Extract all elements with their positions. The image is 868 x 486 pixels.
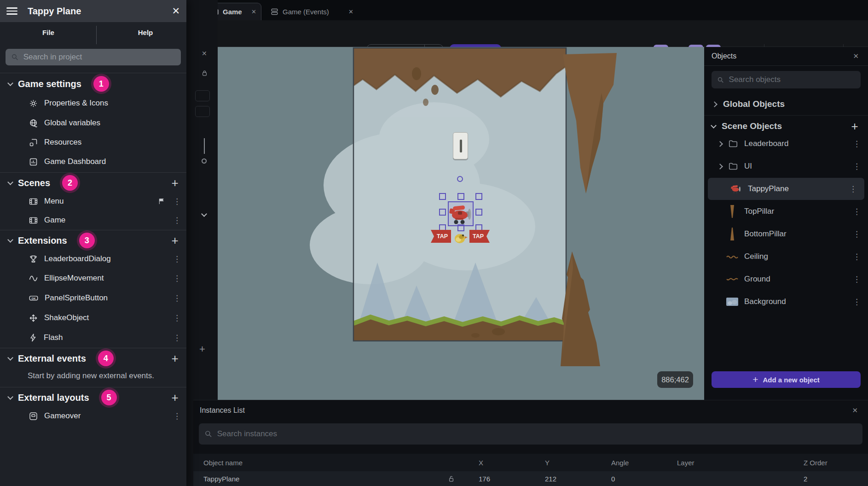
item-label: Flash <box>44 333 63 342</box>
step-badge-4: 4 <box>98 351 114 366</box>
dashboard-icon <box>29 157 38 167</box>
divider <box>704 115 868 116</box>
objects-panel-close-icon[interactable]: ✕ <box>853 52 859 60</box>
layout-menu-icon[interactable]: ⋮ <box>173 411 181 421</box>
object-item-leaderboard[interactable]: Leaderboard ⋮ <box>704 133 868 155</box>
bottompillar-thumbnail <box>726 228 738 240</box>
item-global-variables[interactable]: Global variables <box>0 113 186 133</box>
object-menu-icon[interactable]: ⋮ <box>853 162 861 171</box>
unlock-icon[interactable] <box>447 475 479 483</box>
selection-handle[interactable] <box>457 193 464 200</box>
item-scene-menu[interactable]: Menu ⋮ <box>0 192 186 211</box>
object-item-ground[interactable]: Ground ⋮ <box>704 268 868 290</box>
tab-game-events[interactable]: Game (Events) ✕ <box>266 3 358 20</box>
selection-handle[interactable] <box>475 193 482 200</box>
section-external-events[interactable]: External events 4 + <box>0 348 186 369</box>
instance-x: 176 <box>479 475 545 483</box>
menu-help[interactable]: Help <box>124 29 167 36</box>
tab-game-events-close-icon[interactable]: ✕ <box>348 8 353 15</box>
object-menu-icon[interactable]: ⋮ <box>853 229 861 239</box>
folder-icon <box>728 161 738 171</box>
project-manager-drawer: Tappy Plane ✕ File Help Game settings 1 … <box>0 0 186 486</box>
scene-menu-icon[interactable]: ⋮ <box>173 197 181 206</box>
section-external-layouts[interactable]: External layouts 5 + <box>0 387 186 408</box>
item-label: Properties & Icons <box>44 99 108 108</box>
selected-tappyplane-instance[interactable] <box>448 201 474 226</box>
add-external-event-plus-icon[interactable]: + <box>168 351 182 366</box>
chevron-down-icon <box>711 123 717 129</box>
instance-z-order: 2 <box>804 475 868 483</box>
add-object-plus-icon[interactable]: + <box>848 119 862 134</box>
object-item-label: Leaderboard <box>744 139 788 148</box>
item-ext-shakeobject[interactable]: ShakeObject ⋮ <box>0 308 186 328</box>
selection-rotate-handle[interactable] <box>457 176 463 182</box>
global-objects-section[interactable]: Global Objects <box>704 95 868 113</box>
project-search-input[interactable] <box>23 53 175 62</box>
background-thumbnail <box>726 298 738 306</box>
object-item-tappyplane[interactable]: TappyPlane ⋮ <box>708 178 864 200</box>
item-ext-flash[interactable]: Flash ⋮ <box>0 328 186 347</box>
add-scene-plus-icon[interactable]: + <box>168 176 182 190</box>
item-resources[interactable]: Resources <box>0 133 186 152</box>
tap-label: TAP <box>473 233 484 240</box>
add-external-layout-plus-icon[interactable]: + <box>168 391 182 405</box>
section-label: Extensions <box>18 235 67 246</box>
extension-menu-icon[interactable]: ⋮ <box>173 274 181 283</box>
item-layout-gameover[interactable]: Gameover ⋮ <box>0 406 186 426</box>
drawer-close-icon[interactable]: ✕ <box>172 6 180 17</box>
menu-file[interactable]: File <box>28 29 69 36</box>
section-game-settings[interactable]: Game settings 1 <box>0 74 186 94</box>
instances-search-input[interactable] <box>217 429 857 439</box>
tab-game-close-icon[interactable]: ✕ <box>251 8 256 15</box>
section-label: External events <box>18 353 86 364</box>
object-item-ui[interactable]: UI ⋮ <box>704 155 868 177</box>
col-layer: Layer <box>677 459 804 467</box>
hamburger-menu-icon[interactable] <box>6 6 17 17</box>
objects-search-input[interactable] <box>729 75 855 84</box>
selection-handle[interactable] <box>439 209 446 216</box>
external-layout-icon <box>29 411 38 421</box>
item-ext-panelspritebutton[interactable]: OK PanelSpriteButton ⋮ <box>0 288 186 308</box>
instances-list-close-icon[interactable]: ✕ <box>852 406 858 415</box>
item-ext-ellipsemovement[interactable]: EllipseMovement ⋮ <box>0 269 186 288</box>
object-menu-icon[interactable]: ⋮ <box>853 297 861 307</box>
section-scenes[interactable]: Scenes 2 + <box>0 173 186 193</box>
tab-game-label: Game <box>223 8 242 16</box>
object-item-toppillar[interactable]: TopPillar ⋮ <box>704 200 868 223</box>
step-badge-5: 5 <box>101 390 117 405</box>
item-ext-leaderboarddialog[interactable]: LeaderboardDialog ⋮ <box>0 249 186 269</box>
instance-angle: 0 <box>611 475 677 483</box>
object-item-bottompillar[interactable]: BottomPillar ⋮ <box>704 223 868 245</box>
item-game-dashboard[interactable]: Game Dashboard <box>0 152 186 171</box>
object-menu-icon[interactable]: ⋮ <box>853 275 861 284</box>
extension-menu-icon[interactable]: ⋮ <box>173 333 181 343</box>
hidden-panel-chevron-icon <box>201 211 207 217</box>
add-extension-plus-icon[interactable]: + <box>168 234 182 248</box>
object-menu-icon[interactable]: ⋮ <box>853 252 861 262</box>
gear-icon <box>29 99 38 108</box>
object-item-ceiling[interactable]: Ceiling ⋮ <box>704 246 868 268</box>
extension-menu-icon[interactable]: ⋮ <box>173 254 181 264</box>
objects-search[interactable] <box>712 71 861 88</box>
chevron-down-icon <box>7 237 13 243</box>
flash-bolt-icon <box>29 333 38 342</box>
extension-menu-icon[interactable]: ⋮ <box>173 313 181 323</box>
hidden-panel-plus-icon[interactable]: + <box>199 343 205 355</box>
hidden-panel-close-icon[interactable]: ✕ <box>202 50 207 57</box>
section-extensions[interactable]: Extensions 3 + <box>0 230 186 251</box>
item-scene-game[interactable]: Game ⋮ <box>0 211 186 230</box>
item-properties-icons[interactable]: Properties & Icons <box>0 94 186 113</box>
object-menu-icon[interactable]: ⋮ <box>853 207 861 217</box>
instances-search[interactable] <box>199 423 862 445</box>
instance-row-tappyplane[interactable]: TappyPlane 176 212 0 2 <box>193 471 868 486</box>
selection-handle[interactable] <box>475 209 482 216</box>
tappyplane-thumbnail <box>730 184 742 194</box>
object-menu-icon[interactable]: ⋮ <box>849 184 857 194</box>
selection-handle[interactable] <box>439 193 446 200</box>
add-new-object-button[interactable]: + Add a new object <box>712 371 861 388</box>
object-item-background[interactable]: Background ⋮ <box>704 291 868 313</box>
extension-menu-icon[interactable]: ⋮ <box>173 293 181 303</box>
project-search[interactable] <box>6 49 181 65</box>
object-menu-icon[interactable]: ⋮ <box>853 139 861 149</box>
scene-menu-icon[interactable]: ⋮ <box>173 216 181 225</box>
